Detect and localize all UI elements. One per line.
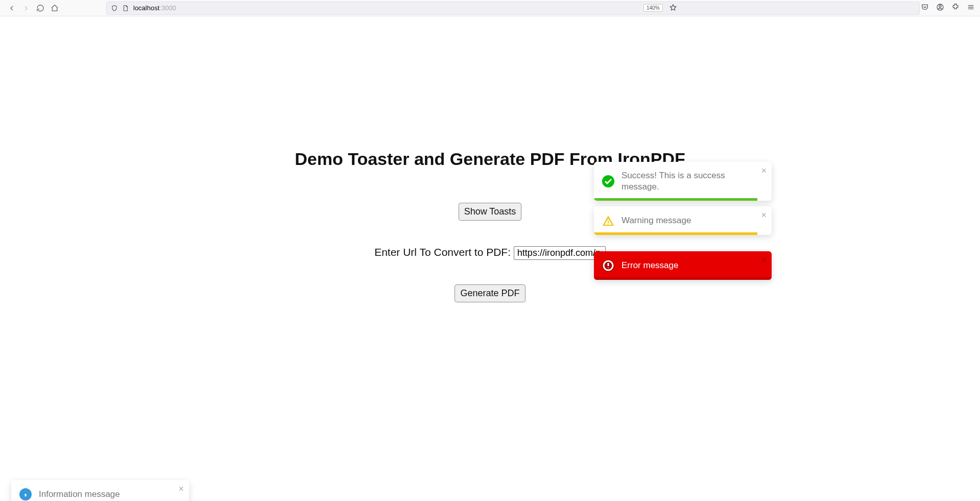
close-icon[interactable]: × xyxy=(761,210,767,220)
progress-bar xyxy=(594,277,772,280)
address-bar[interactable]: localhost:3000 xyxy=(106,2,920,15)
show-toasts-button[interactable]: Show Toasts xyxy=(459,203,522,221)
toast-error: Error message × xyxy=(594,251,772,280)
error-circle-icon xyxy=(602,259,614,272)
svg-point-0 xyxy=(939,5,941,7)
account-icon[interactable] xyxy=(936,3,944,11)
toast-error-message: Error message xyxy=(622,260,678,271)
bookmark-star-icon[interactable] xyxy=(669,4,677,14)
progress-bar xyxy=(594,198,757,201)
toast-success: Success! This is a success message. × xyxy=(594,162,772,201)
generate-pdf-button[interactable]: Generate PDF xyxy=(455,284,525,302)
shield-icon xyxy=(111,5,118,12)
back-button[interactable] xyxy=(7,4,16,13)
url-host: localhost xyxy=(133,4,159,12)
home-button[interactable] xyxy=(50,4,59,13)
close-icon[interactable]: × xyxy=(761,255,767,265)
toast-info: Information message × xyxy=(11,480,189,501)
page-title: Demo Toaster and Generate PDF From IronP… xyxy=(0,149,980,169)
browser-chrome: localhost:3000 xyxy=(0,0,980,16)
warning-triangle-icon xyxy=(602,214,614,227)
forward-button[interactable] xyxy=(21,4,31,13)
address-text: localhost:3000 xyxy=(133,4,176,12)
zoom-badge[interactable]: 140% xyxy=(643,4,663,12)
check-circle-icon xyxy=(602,175,614,187)
page-body: Demo Toaster and Generate PDF From IronP… xyxy=(0,149,980,501)
toast-success-message: Success! This is a success message. xyxy=(622,170,750,193)
toast-warning-message: Warning message xyxy=(622,215,691,226)
page-icon xyxy=(122,5,129,12)
toast-warning: Warning message × xyxy=(594,206,772,235)
toast-info-message: Information message xyxy=(39,489,120,500)
reload-button[interactable] xyxy=(36,4,45,13)
close-icon[interactable]: × xyxy=(761,166,767,175)
url-label: Enter Url To Convert to PDF: xyxy=(374,246,511,258)
progress-bar xyxy=(594,232,757,235)
url-input[interactable] xyxy=(514,246,606,260)
pocket-icon[interactable] xyxy=(921,3,929,11)
menu-icon[interactable] xyxy=(967,3,975,11)
url-port: :3000 xyxy=(159,4,176,12)
extensions-icon[interactable] xyxy=(951,3,960,11)
close-icon[interactable]: × xyxy=(178,484,184,493)
info-circle-icon xyxy=(19,488,32,500)
